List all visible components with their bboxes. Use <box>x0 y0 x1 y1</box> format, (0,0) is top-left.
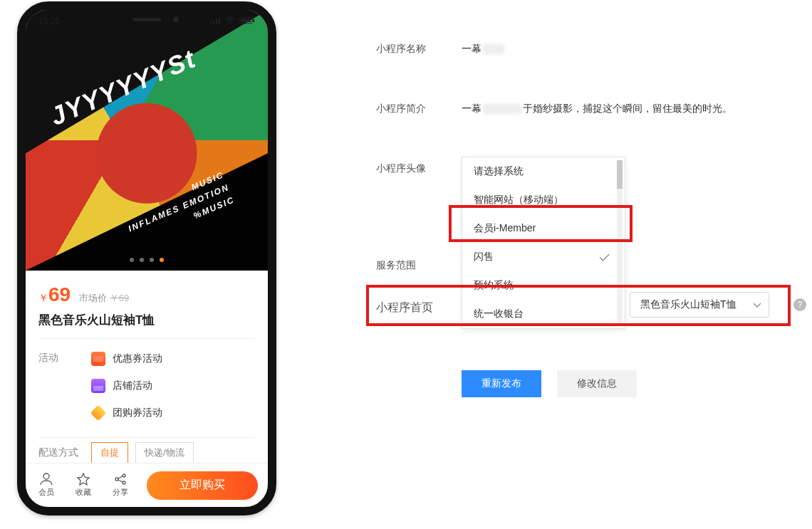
label-name: 小程序名称 <box>376 37 462 56</box>
bottombar-member[interactable]: 会员 <box>28 473 64 498</box>
store-icon <box>91 379 105 393</box>
label-intro: 小程序简介 <box>376 97 462 115</box>
dropdown-item[interactable]: 智能网站（移动端） <box>462 186 625 214</box>
form-buttons: 重新发布 修改信息 <box>376 350 637 397</box>
dropdown-item[interactable]: 请选择系统 <box>462 157 625 186</box>
battery-icon <box>239 16 255 26</box>
miniapp-form: 小程序名称 一幕 小程序简介 一幕于婚纱摄影，捕捉这个瞬间，留住最美的时光。 小… <box>376 37 796 300</box>
svg-point-3 <box>43 473 49 479</box>
activity-label: 活动 <box>38 349 91 430</box>
dropdown-item[interactable]: 统一收银台 <box>462 300 625 328</box>
home-select-page[interactable]: 黑色音乐火山短袖T恤 <box>630 292 769 318</box>
market-price: 市场价 ￥69 <box>79 292 129 305</box>
product-hero-image[interactable]: JYYYYYYSt MUSIC INFLAMES EMOTION %MUSIC <box>26 10 268 271</box>
buy-now-button[interactable]: 立即购买 <box>147 471 258 500</box>
shipping-option-pickup[interactable]: 自提 <box>91 442 128 463</box>
value-intro: 一幕于婚纱摄影，捕捉这个瞬间，留住最美的时光。 <box>462 97 796 115</box>
system-dropdown[interactable]: 请选择系统 智能网站（移动端） 会员i-Member 闪售 预约系统 统一收银台 <box>462 157 625 329</box>
dropdown-item[interactable]: 预约系统 <box>462 271 625 300</box>
activity-item-label: 优惠券活动 <box>113 352 162 365</box>
phone-mockup: 15:25 JYYYYYYSt MUSIC INFLAMES EMOTION %… <box>17 1 276 515</box>
row-avatar: 小程序头像 请选择系统 智能网站（移动端） 会员i-Member 闪售 预约系统… <box>376 157 796 175</box>
row-intro: 小程序简介 一幕于婚纱摄影，捕捉这个瞬间，留住最美的时光。 <box>376 97 796 115</box>
label-scope: 服务范围 <box>376 253 462 272</box>
label-avatar: 小程序头像 <box>376 157 462 175</box>
svg-rect-1 <box>241 19 251 22</box>
svg-point-6 <box>123 481 125 484</box>
price-row: ￥69 市场价 ￥69 <box>26 271 268 306</box>
product-info: ￥69 市场价 ￥69 黑色音乐火山短袖T恤 活动 优惠券活动 店铺活动 <box>26 271 268 473</box>
star-icon <box>76 473 90 486</box>
dropdown-scrollbar[interactable] <box>617 160 623 325</box>
pager-dot[interactable] <box>130 258 134 262</box>
row-name: 小程序名称 一幕 <box>376 37 796 56</box>
carousel-pager[interactable] <box>130 258 164 262</box>
value-name: 一幕 <box>462 37 796 56</box>
edit-info-button[interactable]: 修改信息 <box>557 370 637 397</box>
pager-dot[interactable] <box>150 258 154 262</box>
pager-dot[interactable] <box>140 258 144 262</box>
svg-point-5 <box>123 474 125 477</box>
bottom-bar: 会员 收藏 分享 立即购买 <box>26 463 268 507</box>
user-icon <box>39 473 53 486</box>
bottombar-share[interactable]: 分享 <box>103 473 138 498</box>
diamond-icon <box>90 405 107 421</box>
bottombar-favorite[interactable]: 收藏 <box>66 473 101 498</box>
activity-section: 活动 优惠券活动 店铺活动 团购券活动 <box>26 339 268 437</box>
phone-notch <box>86 10 207 28</box>
share-icon <box>113 473 127 486</box>
product-title: 黑色音乐火山短袖T恤 <box>26 306 268 338</box>
shipping-option-express[interactable]: 快递/物流 <box>135 442 194 463</box>
wifi-icon <box>225 16 235 26</box>
republish-button[interactable]: 重新发布 <box>462 370 541 397</box>
svg-point-4 <box>115 478 118 481</box>
activity-item-coupon[interactable]: 优惠券活动 <box>91 349 255 376</box>
svg-rect-2 <box>253 19 254 22</box>
activity-item-label: 店铺活动 <box>113 379 152 392</box>
shipping-label: 配送方式 <box>38 446 84 459</box>
activity-item-group[interactable]: 团购券活动 <box>91 403 255 430</box>
dropdown-item-selected[interactable]: 闪售 <box>462 243 625 271</box>
signal-icon <box>209 16 221 26</box>
activity-item-label: 团购券活动 <box>113 407 162 419</box>
price-main: ￥69 <box>38 292 73 303</box>
pager-dot[interactable] <box>160 258 164 262</box>
coupon-icon <box>91 352 105 366</box>
chevron-down-icon <box>753 299 761 310</box>
statusbar-time: 15:25 <box>38 16 60 26</box>
dropdown-item[interactable]: 会员i-Member <box>462 214 625 243</box>
help-icon[interactable]: ? <box>793 298 806 311</box>
activity-item-store[interactable]: 店铺活动 <box>91 376 255 403</box>
label-home: 小程序首页 <box>376 295 462 315</box>
